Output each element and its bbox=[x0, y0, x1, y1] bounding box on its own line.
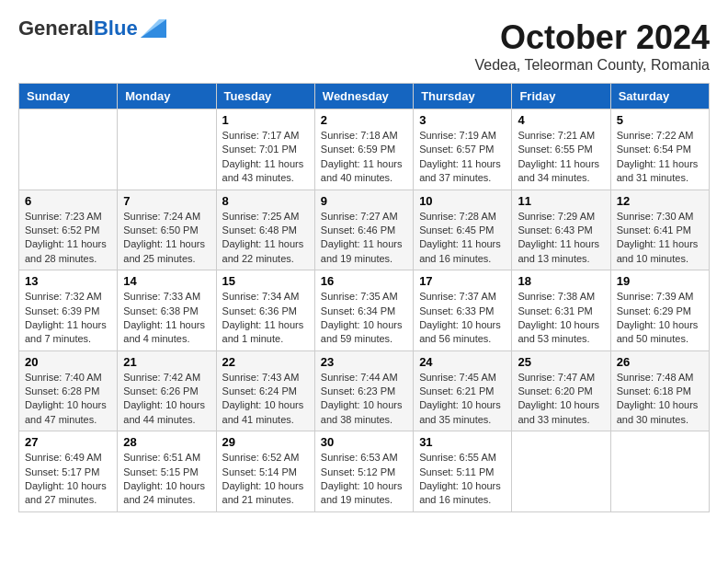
day-info: Sunrise: 7:24 AM Sunset: 6:50 PM Dayligh… bbox=[123, 210, 210, 267]
day-info: Sunrise: 7:33 AM Sunset: 6:38 PM Dayligh… bbox=[123, 290, 210, 347]
calendar-cell: 10Sunrise: 7:28 AM Sunset: 6:45 PM Dayli… bbox=[414, 190, 512, 270]
day-number: 10 bbox=[419, 194, 506, 208]
day-number: 4 bbox=[518, 113, 604, 127]
calendar-cell bbox=[118, 109, 216, 190]
calendar-cell: 20Sunrise: 7:40 AM Sunset: 6:28 PM Dayli… bbox=[19, 350, 118, 431]
calendar-cell: 15Sunrise: 7:34 AM Sunset: 6:36 PM Dayli… bbox=[216, 270, 314, 351]
day-info: Sunrise: 7:38 AM Sunset: 6:31 PM Dayligh… bbox=[518, 290, 604, 347]
day-info: Sunrise: 7:19 AM Sunset: 6:57 PM Dayligh… bbox=[419, 129, 506, 186]
calendar-cell: 9Sunrise: 7:27 AM Sunset: 6:46 PM Daylig… bbox=[314, 190, 413, 270]
day-number: 28 bbox=[123, 435, 210, 449]
calendar-cell: 29Sunrise: 6:52 AM Sunset: 5:14 PM Dayli… bbox=[216, 431, 314, 512]
day-number: 23 bbox=[321, 355, 407, 369]
logo: GeneralBlue bbox=[18, 18, 166, 39]
col-header-sunday: Sunday bbox=[19, 84, 118, 109]
title-block: October 2024 Vedea, Teleorman County, Ro… bbox=[474, 18, 710, 74]
calendar-cell: 3Sunrise: 7:19 AM Sunset: 6:57 PM Daylig… bbox=[414, 109, 512, 190]
col-header-wednesday: Wednesday bbox=[314, 84, 413, 109]
day-number: 8 bbox=[222, 194, 309, 208]
col-header-monday: Monday bbox=[118, 84, 216, 109]
day-info: Sunrise: 7:28 AM Sunset: 6:45 PM Dayligh… bbox=[419, 210, 506, 267]
day-info: Sunrise: 7:45 AM Sunset: 6:21 PM Dayligh… bbox=[419, 371, 506, 428]
day-number: 29 bbox=[222, 435, 309, 449]
calendar-cell: 1Sunrise: 7:17 AM Sunset: 7:01 PM Daylig… bbox=[216, 109, 314, 190]
day-number: 12 bbox=[617, 194, 703, 208]
day-info: Sunrise: 7:44 AM Sunset: 6:23 PM Dayligh… bbox=[321, 371, 407, 428]
calendar-cell: 18Sunrise: 7:38 AM Sunset: 6:31 PM Dayli… bbox=[512, 270, 610, 351]
calendar-cell: 28Sunrise: 6:51 AM Sunset: 5:15 PM Dayli… bbox=[118, 431, 216, 512]
day-info: Sunrise: 7:42 AM Sunset: 6:26 PM Dayligh… bbox=[123, 371, 210, 428]
day-number: 15 bbox=[222, 274, 309, 288]
day-number: 14 bbox=[123, 274, 210, 288]
calendar-cell: 27Sunrise: 6:49 AM Sunset: 5:17 PM Dayli… bbox=[19, 431, 118, 512]
day-number: 19 bbox=[617, 274, 703, 288]
day-number: 6 bbox=[25, 194, 111, 208]
day-number: 2 bbox=[321, 113, 407, 127]
day-number: 9 bbox=[321, 194, 407, 208]
calendar-cell: 25Sunrise: 7:47 AM Sunset: 6:20 PM Dayli… bbox=[512, 350, 610, 431]
day-number: 25 bbox=[518, 355, 604, 369]
day-info: Sunrise: 7:43 AM Sunset: 6:24 PM Dayligh… bbox=[222, 371, 309, 428]
page-header: GeneralBlue October 2024 Vedea, Teleorma… bbox=[18, 18, 710, 74]
calendar-cell: 31Sunrise: 6:55 AM Sunset: 5:11 PM Dayli… bbox=[414, 431, 512, 512]
day-number: 5 bbox=[617, 113, 703, 127]
calendar-cell: 21Sunrise: 7:42 AM Sunset: 6:26 PM Dayli… bbox=[118, 350, 216, 431]
calendar-cell: 13Sunrise: 7:32 AM Sunset: 6:39 PM Dayli… bbox=[19, 270, 118, 351]
calendar-cell bbox=[610, 431, 709, 512]
day-number: 1 bbox=[222, 113, 309, 127]
week-row-5: 27Sunrise: 6:49 AM Sunset: 5:17 PM Dayli… bbox=[19, 431, 710, 512]
day-info: Sunrise: 6:51 AM Sunset: 5:15 PM Dayligh… bbox=[123, 451, 210, 508]
day-info: Sunrise: 7:27 AM Sunset: 6:46 PM Dayligh… bbox=[321, 210, 407, 267]
day-info: Sunrise: 7:23 AM Sunset: 6:52 PM Dayligh… bbox=[25, 210, 111, 267]
calendar-cell: 2Sunrise: 7:18 AM Sunset: 6:59 PM Daylig… bbox=[314, 109, 413, 190]
calendar-cell: 22Sunrise: 7:43 AM Sunset: 6:24 PM Dayli… bbox=[216, 350, 314, 431]
week-row-2: 6Sunrise: 7:23 AM Sunset: 6:52 PM Daylig… bbox=[19, 190, 710, 270]
calendar-cell: 17Sunrise: 7:37 AM Sunset: 6:33 PM Dayli… bbox=[414, 270, 512, 351]
calendar-table: SundayMondayTuesdayWednesdayThursdayFrid… bbox=[18, 83, 710, 512]
svg-marker-1 bbox=[141, 19, 166, 38]
calendar-cell: 11Sunrise: 7:29 AM Sunset: 6:43 PM Dayli… bbox=[512, 190, 610, 270]
day-number: 11 bbox=[518, 194, 604, 208]
day-number: 31 bbox=[419, 435, 506, 449]
day-info: Sunrise: 7:47 AM Sunset: 6:20 PM Dayligh… bbox=[518, 371, 604, 428]
day-number: 20 bbox=[25, 355, 111, 369]
week-row-3: 13Sunrise: 7:32 AM Sunset: 6:39 PM Dayli… bbox=[19, 270, 710, 351]
calendar-cell: 30Sunrise: 6:53 AM Sunset: 5:12 PM Dayli… bbox=[314, 431, 413, 512]
logo-blue: Blue bbox=[94, 17, 138, 40]
calendar-cell bbox=[512, 431, 610, 512]
day-info: Sunrise: 7:32 AM Sunset: 6:39 PM Dayligh… bbox=[25, 290, 111, 347]
col-header-friday: Friday bbox=[512, 84, 610, 109]
col-header-thursday: Thursday bbox=[414, 84, 512, 109]
day-info: Sunrise: 7:39 AM Sunset: 6:29 PM Dayligh… bbox=[617, 290, 703, 347]
day-info: Sunrise: 7:40 AM Sunset: 6:28 PM Dayligh… bbox=[25, 371, 111, 428]
calendar-cell: 16Sunrise: 7:35 AM Sunset: 6:34 PM Dayli… bbox=[314, 270, 413, 351]
day-info: Sunrise: 7:34 AM Sunset: 6:36 PM Dayligh… bbox=[222, 290, 309, 347]
day-info: Sunrise: 7:18 AM Sunset: 6:59 PM Dayligh… bbox=[321, 129, 407, 186]
calendar-cell: 5Sunrise: 7:22 AM Sunset: 6:54 PM Daylig… bbox=[610, 109, 709, 190]
day-info: Sunrise: 7:30 AM Sunset: 6:41 PM Dayligh… bbox=[617, 210, 703, 267]
day-number: 16 bbox=[321, 274, 407, 288]
calendar-cell: 12Sunrise: 7:30 AM Sunset: 6:41 PM Dayli… bbox=[610, 190, 709, 270]
calendar-cell: 6Sunrise: 7:23 AM Sunset: 6:52 PM Daylig… bbox=[19, 190, 118, 270]
day-number: 3 bbox=[419, 113, 506, 127]
col-header-saturday: Saturday bbox=[610, 84, 709, 109]
day-number: 13 bbox=[25, 274, 111, 288]
calendar-cell: 7Sunrise: 7:24 AM Sunset: 6:50 PM Daylig… bbox=[118, 190, 216, 270]
calendar-cell bbox=[19, 109, 118, 190]
day-number: 18 bbox=[518, 274, 604, 288]
week-row-4: 20Sunrise: 7:40 AM Sunset: 6:28 PM Dayli… bbox=[19, 350, 710, 431]
day-number: 27 bbox=[25, 435, 111, 449]
day-info: Sunrise: 6:49 AM Sunset: 5:17 PM Dayligh… bbox=[25, 451, 111, 508]
day-number: 7 bbox=[123, 194, 210, 208]
calendar-cell: 8Sunrise: 7:25 AM Sunset: 6:48 PM Daylig… bbox=[216, 190, 314, 270]
week-row-1: 1Sunrise: 7:17 AM Sunset: 7:01 PM Daylig… bbox=[19, 109, 710, 190]
day-number: 17 bbox=[419, 274, 506, 288]
day-info: Sunrise: 7:22 AM Sunset: 6:54 PM Dayligh… bbox=[617, 129, 703, 186]
day-info: Sunrise: 7:21 AM Sunset: 6:55 PM Dayligh… bbox=[518, 129, 604, 186]
calendar-cell: 26Sunrise: 7:48 AM Sunset: 6:18 PM Dayli… bbox=[610, 350, 709, 431]
day-number: 21 bbox=[123, 355, 210, 369]
day-info: Sunrise: 7:25 AM Sunset: 6:48 PM Dayligh… bbox=[222, 210, 309, 267]
calendar-cell: 24Sunrise: 7:45 AM Sunset: 6:21 PM Dayli… bbox=[414, 350, 512, 431]
day-info: Sunrise: 7:29 AM Sunset: 6:43 PM Dayligh… bbox=[518, 210, 604, 267]
logo-icon bbox=[141, 19, 166, 38]
